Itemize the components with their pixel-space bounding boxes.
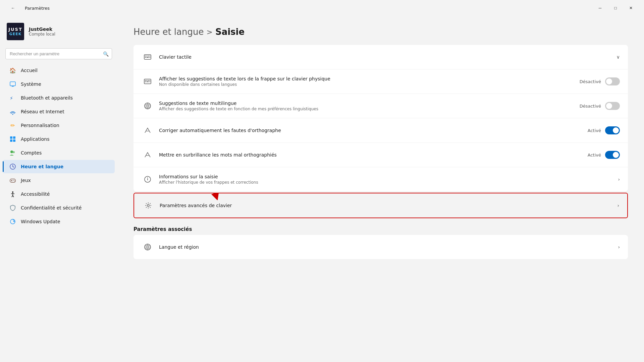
svg-point-10: [13, 151, 15, 153]
sidebar-account: Compte local: [29, 32, 55, 37]
settings-item-suggestions-texte[interactable]: Afficher les suggestions de texte lors d…: [133, 69, 628, 94]
sidebar-item-label: Confidentialité et sécurité: [21, 205, 82, 210]
settings-item-right: ›: [617, 203, 619, 208]
settings-item-right: ›: [618, 244, 620, 250]
informations-saisie-title: Informations sur la saisie: [159, 174, 612, 179]
toggle-surbrillance-mots[interactable]: [605, 151, 620, 159]
chevron-right-icon: ›: [618, 177, 620, 182]
svg-point-9: [10, 150, 13, 153]
apps-icon: [9, 136, 16, 142]
svg-point-17: [13, 180, 14, 181]
parametres-avances-icon: [142, 199, 154, 212]
settings-item-text: Langue et région: [159, 244, 612, 250]
svg-rect-14: [10, 179, 15, 182]
clavier-tactile-title: Clavier tactile: [159, 54, 611, 60]
settings-item-text: Informations sur la saisie Afficher l'hi…: [159, 174, 612, 185]
minimize-button[interactable]: ─: [592, 3, 608, 13]
correction-orthographe-title: Corriger automatiquement les fautes d'or…: [159, 128, 582, 133]
svg-rect-39: [145, 81, 146, 82]
suggestions-texte-icon: [142, 75, 154, 87]
svg-point-19: [12, 191, 13, 193]
settings-item-right: Désactivé: [580, 77, 620, 85]
chevron-right-icon: ›: [617, 203, 619, 208]
sidebar-item-heure[interactable]: Heure et langue: [3, 160, 115, 173]
suggestions-texte-title: Afficher les suggestions de texte lors d…: [159, 76, 574, 81]
svg-rect-8: [13, 139, 15, 142]
sidebar-item-update[interactable]: Windows Update: [3, 215, 115, 228]
svg-point-4: [12, 114, 13, 115]
svg-rect-33: [150, 57, 151, 58]
back-button[interactable]: ←: [5, 3, 21, 13]
suggestions-multilingue-icon: [142, 100, 154, 112]
sidebar-item-bluetooth[interactable]: ⚡ Bluetooth et appareils: [3, 91, 115, 105]
sidebar-item-label: Accueil: [21, 68, 38, 73]
svg-rect-30: [150, 56, 151, 56]
toggle-label: Désactivé: [580, 104, 601, 109]
sidebar-item-jeux[interactable]: Jeux: [3, 174, 115, 187]
sidebar-item-label: Applications: [21, 136, 50, 142]
accounts-icon: [9, 149, 16, 156]
settings-item-clavier-tactile[interactable]: Clavier tactile ∨: [133, 45, 628, 69]
chevron-down-icon: ∨: [616, 54, 620, 60]
settings-item-text: Suggestions de texte multilingue Affiche…: [159, 101, 574, 111]
settings-item-text: Afficher les suggestions de texte lors d…: [159, 76, 574, 87]
update-icon: [9, 218, 16, 225]
settings-item-text: Clavier tactile: [159, 54, 611, 60]
toggle-label: Activé: [588, 153, 601, 158]
close-button[interactable]: ✕: [623, 3, 639, 13]
sidebar-item-confidentialite[interactable]: Confidentialité et sécurité: [3, 201, 115, 215]
sidebar-item-systeme[interactable]: Système: [3, 77, 115, 91]
parametres-avances-title: Paramètres avancés de clavier: [160, 203, 612, 208]
sidebar-item-accessibilite[interactable]: Accessibilité: [3, 187, 115, 201]
settings-item-text: Mettre en surbrillance les mots mal orth…: [159, 152, 582, 158]
svg-rect-38: [150, 80, 151, 81]
sidebar-item-comptes[interactable]: Comptes: [3, 146, 115, 160]
sidebar-nav: 🏠 Accueil Système ⚡ Bluetooth et apparei…: [0, 63, 117, 229]
svg-rect-0: [10, 82, 15, 86]
app-body: JUST GEEK JustGeek Compte local 🔍 🏠 Accu…: [0, 16, 644, 362]
langue-region-icon: [142, 241, 154, 253]
settings-item-surbrillance-mots[interactable]: Mettre en surbrillance les mots mal orth…: [133, 143, 628, 167]
svg-rect-5: [10, 136, 12, 139]
sidebar-item-accueil[interactable]: 🏠 Accueil: [3, 64, 115, 77]
toggle-correction-orthographe[interactable]: [605, 126, 620, 134]
svg-rect-40: [147, 81, 149, 82]
informations-saisie-icon: [142, 173, 154, 185]
svg-rect-6: [13, 136, 15, 139]
sidebar-item-label: Réseau et Internet: [21, 109, 64, 114]
sidebar-item-label: Windows Update: [21, 219, 60, 224]
highlighted-wrapper: Paramètres avancés de clavier ›: [133, 193, 628, 218]
sidebar-item-label: Accessibilité: [21, 191, 50, 197]
sidebar-item-reseau[interactable]: Réseau et Internet: [3, 105, 115, 118]
search-input[interactable]: [5, 48, 112, 59]
svg-rect-36: [147, 80, 148, 81]
settings-card-related: Langue et région ›: [133, 235, 628, 259]
main-content: Heure et langue > Saisie Clavier tactile…: [117, 16, 644, 362]
sidebar-username: JustGeek: [29, 26, 55, 32]
settings-item-suggestions-multilingue[interactable]: Suggestions de texte multilingue Affiche…: [133, 94, 628, 118]
settings-item-text: Corriger automatiquement les fautes d'or…: [159, 128, 582, 133]
settings-item-informations-saisie[interactable]: Informations sur la saisie Afficher l'hi…: [133, 167, 628, 191]
settings-item-right: ∨: [616, 54, 620, 60]
svg-rect-35: [145, 80, 146, 81]
breadcrumb-current: Saisie: [215, 27, 245, 37]
suggestions-multilingue-title: Suggestions de texte multilingue: [159, 101, 574, 106]
sidebar-item-personnalisation[interactable]: ✏️ Personnalisation: [3, 119, 115, 132]
sidebar-logo: JUST GEEK: [7, 23, 24, 40]
svg-rect-32: [147, 57, 149, 58]
sidebar-item-label: Personnalisation: [21, 123, 59, 128]
network-icon: [9, 108, 16, 115]
settings-item-langue-region[interactable]: Langue et région ›: [133, 235, 628, 259]
titlebar-controls: ─ □ ✕: [592, 3, 639, 13]
toggle-suggestions-multilingue[interactable]: [605, 102, 620, 110]
settings-item-correction-orthographe[interactable]: Corriger automatiquement les fautes d'or…: [133, 118, 628, 143]
settings-item-right: Activé: [588, 126, 620, 134]
settings-item-parametres-avances[interactable]: Paramètres avancés de clavier ›: [134, 193, 627, 218]
suggestions-multilingue-subtitle: Afficher des suggestions de texte en fon…: [159, 107, 574, 111]
maximize-button[interactable]: □: [608, 3, 623, 13]
toggle-suggestions-texte[interactable]: [605, 77, 620, 85]
svg-point-52: [147, 204, 149, 206]
svg-marker-25: [13, 221, 14, 222]
sidebar-item-applications[interactable]: Applications: [3, 132, 115, 146]
svg-rect-1: [12, 86, 14, 87]
